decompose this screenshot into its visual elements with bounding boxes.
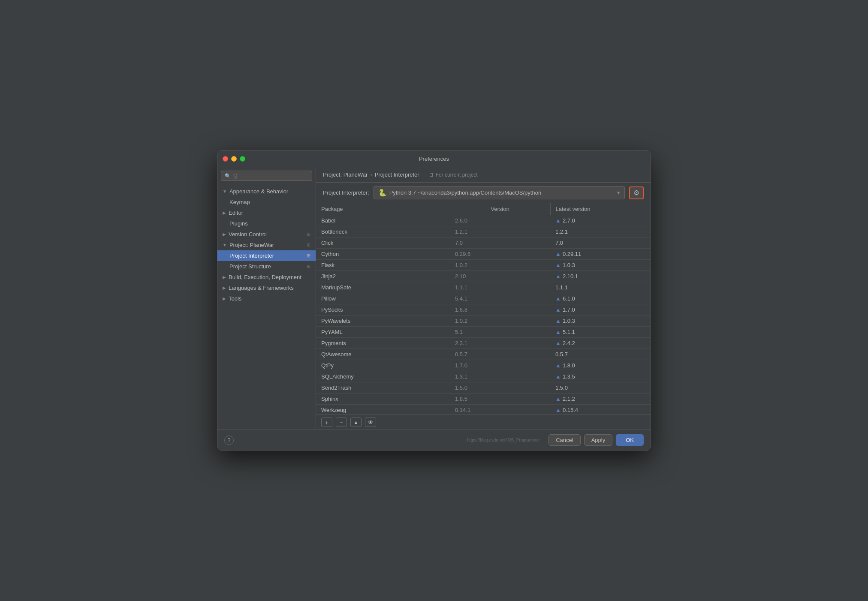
copy-icon: ⊞ (307, 242, 310, 248)
table-row[interactable]: Pillow5.4.1▲6.1.0 (316, 293, 651, 304)
package-latest-version: ▲1.0.3 (550, 260, 651, 271)
table-row[interactable]: MarkupSafe1.1.11.1.1 (316, 282, 651, 293)
expand-arrow-icon: ▼ (223, 243, 227, 247)
table-row[interactable]: Jinja22.10▲2.10.1 (316, 271, 651, 282)
sidebar-label: Project Structure (229, 263, 271, 270)
package-latest-version: ▲2.4.2 (550, 338, 651, 349)
col-package[interactable]: Package (316, 203, 450, 215)
table-row[interactable]: PyYAML5.1▲5.1.1 (316, 327, 651, 338)
upgrade-arrow-icon: ▲ (555, 262, 561, 268)
sidebar-item-tools[interactable]: ▶ Tools (217, 293, 316, 304)
add-package-button[interactable]: + (321, 418, 332, 427)
table-row[interactable]: QtPy1.7.0▲1.8.0 (316, 360, 651, 371)
package-version: 2.6.0 (450, 215, 550, 226)
minimize-button[interactable] (231, 156, 237, 162)
remove-package-button[interactable]: − (336, 418, 347, 427)
breadcrumb-root: Project: PlaneWar (323, 171, 368, 178)
note-icon: 🗒 (429, 172, 434, 178)
main-content: 🔍 ▼ Appearance & Behavior Keymap ▶ Edito… (217, 167, 651, 430)
package-name: QtAwesome (316, 349, 450, 360)
package-table-container[interactable]: Package Version Latest version Babel2.6.… (316, 203, 651, 415)
table-row[interactable]: PySocks1.6.8▲1.7.0 (316, 304, 651, 316)
package-version: 2.3.1 (450, 338, 550, 349)
title-bar: Preferences (217, 151, 651, 167)
table-row[interactable]: Cython0.29.6▲0.29.11 (316, 249, 651, 260)
sidebar-label: Keymap (229, 199, 250, 205)
upgrade-package-button[interactable]: ▲ (350, 418, 362, 427)
breadcrumb-separator: › (370, 171, 372, 178)
package-name: Bottleneck (316, 226, 450, 237)
package-latest-version: ▲6.1.0 (550, 293, 651, 304)
table-row[interactable]: PyWavelets1.0.2▲1.0.3 (316, 316, 651, 327)
package-version: 0.29.6 (450, 249, 550, 260)
sidebar-label: Build, Execution, Deployment (229, 274, 301, 280)
sidebar-item-project-planewar[interactable]: ▼ Project: PlaneWar ⊞ (217, 240, 316, 250)
table-row[interactable]: Flask1.0.2▲1.0.3 (316, 260, 651, 271)
table-row[interactable]: Pygments2.3.1▲2.4.2 (316, 338, 651, 349)
sidebar-label: Plugins (229, 220, 248, 227)
col-latest[interactable]: Latest version (550, 203, 651, 215)
package-version: 7.0 (450, 237, 550, 249)
copy-icon: ⊞ (307, 264, 310, 269)
sidebar-label: Languages & Frameworks (229, 285, 294, 291)
expand-arrow-icon: ▼ (223, 189, 227, 194)
search-box[interactable]: 🔍 (221, 171, 312, 181)
col-version[interactable]: Version (450, 203, 550, 215)
maximize-button[interactable] (240, 156, 245, 162)
breadcrumb: Project: PlaneWar › Project Interpreter … (323, 171, 644, 178)
upgrade-arrow-icon: ▲ (555, 251, 561, 257)
package-name: MarkupSafe (316, 282, 450, 293)
footer-right: https://blog.csdn.net/iOS_Programmer Can… (467, 434, 644, 446)
sidebar-item-keymap[interactable]: Keymap (217, 197, 316, 207)
table-row[interactable]: Sphinx1.8.5▲2.1.2 (316, 394, 651, 405)
table-row[interactable]: Send2Trash1.5.01.5.0 (316, 382, 651, 394)
show-details-button[interactable]: 👁 (365, 418, 376, 427)
sidebar-item-editor[interactable]: ▶ Editor (217, 207, 316, 218)
sidebar-item-project-interpreter[interactable]: Project Interpreter ⊞ (217, 250, 316, 261)
package-name: Cython (316, 249, 450, 260)
sidebar-item-plugins[interactable]: Plugins (217, 218, 316, 229)
package-latest-version: 7.0 (550, 237, 651, 249)
sidebar-label: Project Interpreter (229, 252, 274, 259)
sidebar-item-project-structure[interactable]: Project Structure ⊞ (217, 261, 316, 272)
package-latest-version: ▲2.7.0 (550, 215, 651, 226)
interpreter-dropdown[interactable]: 🐍 Python 3.7 ~/anaconda3/python.app/Cont… (374, 186, 625, 199)
table-row[interactable]: SQLAlchemy1.3.1▲1.3.5 (316, 371, 651, 382)
expand-arrow-icon: ▶ (223, 210, 226, 215)
package-name: Werkzeug (316, 405, 450, 415)
breadcrumb-current: Project Interpreter (375, 171, 419, 178)
upgrade-arrow-icon: ▲ (555, 307, 561, 313)
table-row[interactable]: Bottleneck1.2.11.2.1 (316, 226, 651, 237)
package-name: Pillow (316, 293, 450, 304)
package-name: Send2Trash (316, 382, 450, 394)
sidebar-item-languages-frameworks[interactable]: ▶ Languages & Frameworks (217, 282, 316, 293)
package-latest-version: ▲2.10.1 (550, 271, 651, 282)
table-row[interactable]: Werkzeug0.14.1▲0.15.4 (316, 405, 651, 415)
upgrade-arrow-icon: ▲ (555, 318, 561, 324)
close-button[interactable] (223, 156, 228, 162)
gear-button[interactable]: ⚙ (629, 186, 644, 199)
package-table: Package Version Latest version Babel2.6.… (316, 203, 651, 415)
search-input[interactable] (233, 173, 308, 179)
sidebar-label: Version Control (229, 231, 267, 237)
table-toolbar: + − ▲ 👁 (316, 415, 651, 430)
sidebar-item-appearance-behavior[interactable]: ▼ Appearance & Behavior (217, 186, 316, 197)
table-row[interactable]: Click7.07.0 (316, 237, 651, 249)
sidebar-item-version-control[interactable]: ▶ Version Control ⊞ (217, 229, 316, 240)
gear-icon: ⚙ (633, 189, 639, 197)
package-version: 0.5.7 (450, 349, 550, 360)
panel-header: Project: PlaneWar › Project Interpreter … (316, 167, 651, 183)
table-row[interactable]: QtAwesome0.5.70.5.7 (316, 349, 651, 360)
help-button[interactable]: ? (224, 436, 234, 445)
cancel-button[interactable]: Cancel (549, 434, 580, 446)
package-name: Pygments (316, 338, 450, 349)
sidebar-label: Tools (229, 295, 241, 302)
package-version: 1.1.1 (450, 282, 550, 293)
sidebar: 🔍 ▼ Appearance & Behavior Keymap ▶ Edito… (217, 167, 316, 430)
interpreter-label: Project Interpreter: (323, 189, 369, 196)
table-row[interactable]: Babel2.6.0▲2.7.0 (316, 215, 651, 226)
apply-button[interactable]: Apply (584, 434, 613, 446)
ok-button[interactable]: OK (616, 434, 644, 446)
sidebar-item-build-execution[interactable]: ▶ Build, Execution, Deployment (217, 272, 316, 282)
right-panel: Project: PlaneWar › Project Interpreter … (316, 167, 651, 430)
